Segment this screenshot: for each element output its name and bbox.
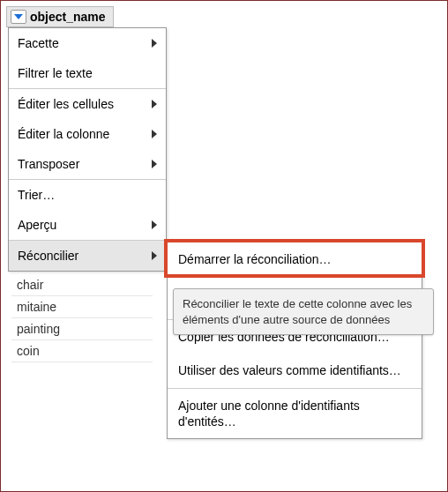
chevron-right-icon bbox=[152, 220, 157, 229]
menu-item-filtrer[interactable]: Filtrer le texte bbox=[9, 58, 166, 88]
table-row[interactable]: coin bbox=[11, 340, 153, 362]
menu-item-label: Filtrer le texte bbox=[18, 66, 93, 80]
tooltip: Réconcilier le texte de cette colonne av… bbox=[173, 288, 434, 335]
menu-item-label: Éditer les cellules bbox=[18, 97, 114, 111]
menu-item-transposer[interactable]: Transposer bbox=[9, 149, 166, 179]
data-rows: chair mitaine painting coin bbox=[11, 274, 153, 362]
menu-item-label: Aperçu bbox=[18, 218, 56, 232]
menu-item-editer-cellules[interactable]: Éditer les cellules bbox=[9, 89, 166, 119]
submenu-item-utiliser[interactable]: Utiliser des valeurs comme identifiants… bbox=[168, 354, 422, 387]
table-row[interactable]: chair bbox=[11, 274, 153, 296]
menu-item-editer-colonne[interactable]: Éditer la colonne bbox=[9, 119, 166, 149]
submenu-item-label: Utiliser des valeurs comme identifiants… bbox=[178, 363, 401, 377]
menu-item-reconcilier[interactable]: Réconcilier bbox=[9, 241, 166, 271]
chevron-right-icon bbox=[152, 100, 157, 108]
menu-item-apercu[interactable]: Aperçu bbox=[9, 210, 166, 240]
submenu-item-label: Démarrer la réconciliation… bbox=[178, 252, 332, 266]
tooltip-text: Réconcilier le texte de cette colonne av… bbox=[183, 297, 412, 326]
menu-item-label: Facette bbox=[18, 36, 59, 50]
column-header: object_name bbox=[6, 6, 114, 27]
reconcilier-submenu: Démarrer la réconciliation… Copier les d… bbox=[167, 242, 422, 439]
menu-item-label: Transposer bbox=[18, 157, 79, 171]
submenu-item-ajouter[interactable]: Ajouter une colonne d'identifiants d'ent… bbox=[168, 389, 422, 438]
column-context-menu: Facette Filtrer le texte Éditer les cell… bbox=[8, 27, 167, 272]
menu-item-facette[interactable]: Facette bbox=[9, 28, 166, 58]
table-row[interactable]: painting bbox=[11, 318, 153, 340]
chevron-right-icon bbox=[152, 160, 157, 168]
chevron-right-icon bbox=[152, 130, 157, 138]
submenu-item-label: Ajouter une colonne d'identifiants d'ent… bbox=[178, 399, 360, 429]
chevron-right-icon bbox=[152, 251, 157, 260]
table-row[interactable]: mitaine bbox=[11, 296, 153, 318]
chevron-right-icon bbox=[152, 39, 157, 48]
column-menu-button[interactable] bbox=[11, 10, 26, 24]
menu-item-label: Éditer la colonne bbox=[18, 127, 109, 141]
submenu-item-demarrer[interactable]: Démarrer la réconciliation… bbox=[168, 242, 422, 276]
menu-item-label: Trier… bbox=[18, 188, 55, 202]
menu-item-trier[interactable]: Trier… bbox=[9, 180, 166, 210]
chevron-down-icon bbox=[14, 14, 23, 19]
column-title: object_name bbox=[30, 10, 106, 24]
menu-item-label: Réconcilier bbox=[18, 249, 78, 263]
